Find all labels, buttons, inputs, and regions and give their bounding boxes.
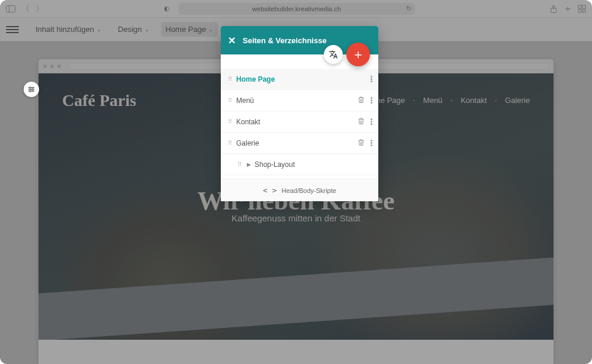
delete-icon[interactable] xyxy=(358,117,365,127)
page-item-home[interactable]: ⠿ Home Page xyxy=(221,69,378,90)
code-icon: < > xyxy=(263,186,276,195)
page-label: Kontakt xyxy=(236,118,358,126)
drag-handle-icon[interactable]: ⠿ xyxy=(237,161,246,167)
svg-point-9 xyxy=(30,91,31,92)
pages-list: ⠿ Home Page ⠿ Menü ⠿ Kontakt xyxy=(221,54,378,179)
page-label: Menü xyxy=(236,96,358,105)
page-item-menu[interactable]: ⠿ Menü xyxy=(221,90,378,111)
drag-handle-icon[interactable]: ⠿ xyxy=(228,140,236,146)
drag-handle-icon[interactable]: ⠿ xyxy=(228,76,236,82)
popover-footer[interactable]: < > Head/Body-Skripte xyxy=(221,179,378,201)
close-icon[interactable]: ✕ xyxy=(228,35,236,46)
page-item-galerie[interactable]: ⠿ Galerie xyxy=(221,133,378,154)
kebab-menu-icon[interactable] xyxy=(371,140,372,146)
drag-handle-icon[interactable]: ⠿ xyxy=(228,118,236,125)
page-label: Shop-Layout xyxy=(255,160,372,169)
expand-arrow-icon[interactable]: ▶ xyxy=(247,162,251,167)
delete-icon[interactable] xyxy=(358,138,365,148)
popover-title: Seiten & Verzeichnisse xyxy=(243,36,327,45)
popover-header: ✕ Seiten & Verzeichnisse ＋ xyxy=(221,26,378,54)
page-item-kontakt[interactable]: ⠿ Kontakt xyxy=(221,111,378,133)
drag-handle-icon[interactable]: ⠿ xyxy=(228,97,236,104)
page-label: Home Page xyxy=(236,75,371,83)
delete-icon[interactable] xyxy=(358,96,365,105)
kebab-menu-icon[interactable] xyxy=(371,76,372,82)
add-page-button[interactable]: ＋ xyxy=(346,43,370,66)
pages-popover: ✕ Seiten & Verzeichnisse ＋ ⠿ Home Page ⠿… xyxy=(221,26,378,201)
svg-point-7 xyxy=(30,87,31,89)
kebab-menu-icon[interactable] xyxy=(371,118,372,125)
translate-button[interactable] xyxy=(324,45,343,64)
page-item-shop-layout[interactable]: ⠿ ▶ Shop-Layout xyxy=(221,154,378,175)
settings-badge[interactable] xyxy=(24,82,39,97)
svg-point-8 xyxy=(32,89,34,91)
footer-label: Head/Body-Skripte xyxy=(282,187,336,194)
kebab-menu-icon[interactable] xyxy=(371,97,372,104)
page-label: Galerie xyxy=(236,139,358,147)
